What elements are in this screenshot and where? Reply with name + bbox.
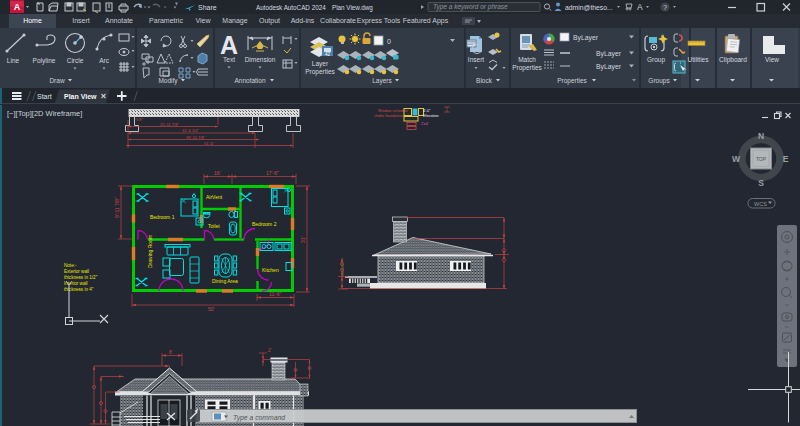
svg-text:Layer: Layer bbox=[312, 60, 329, 68]
svg-text:Share: Share bbox=[198, 4, 217, 11]
svg-text:View: View bbox=[765, 56, 779, 63]
svg-text:25'-11 7/8": 25'-11 7/8" bbox=[160, 122, 179, 127]
svg-text:Block: Block bbox=[476, 77, 493, 84]
svg-text:Properties: Properties bbox=[305, 68, 335, 76]
svg-text:Type a keyword or phrase: Type a keyword or phrase bbox=[433, 3, 508, 11]
svg-text:ByLayer: ByLayer bbox=[596, 50, 622, 58]
svg-text:9'-11 7/8": 9'-11 7/8" bbox=[114, 197, 120, 218]
svg-text:Circle: Circle bbox=[67, 57, 84, 64]
svg-text:2'x4': 2'x4' bbox=[421, 122, 429, 126]
svg-text:Toilet: Toilet bbox=[208, 223, 220, 229]
svg-text:A: A bbox=[220, 31, 238, 59]
svg-text:TOP: TOP bbox=[756, 156, 767, 162]
svg-text:Type a command: Type a command bbox=[233, 414, 285, 422]
svg-text:E: E bbox=[783, 154, 789, 164]
svg-text:Start: Start bbox=[37, 93, 52, 100]
svg-text:ByLayer: ByLayer bbox=[596, 63, 622, 71]
svg-text:thickness in 1/2": thickness in 1/2" bbox=[64, 275, 98, 280]
svg-text:Dimension: Dimension bbox=[245, 56, 276, 63]
svg-text:Utilities: Utilities bbox=[688, 56, 710, 63]
svg-text:31': 31' bbox=[300, 236, 306, 243]
svg-text:Groups: Groups bbox=[648, 77, 670, 85]
svg-text:11'-6": 11'-6" bbox=[269, 291, 282, 297]
svg-text:Plan View: Plan View bbox=[64, 93, 97, 100]
svg-text:0: 0 bbox=[387, 38, 391, 45]
svg-text:Properties: Properties bbox=[557, 77, 587, 85]
svg-text:2': 2' bbox=[268, 348, 272, 353]
svg-text:Dining Area: Dining Area bbox=[212, 278, 238, 284]
svg-text:ByLayer: ByLayer bbox=[573, 34, 599, 42]
svg-text:Properties: Properties bbox=[512, 64, 542, 72]
svg-text:Elevation: Elevation bbox=[423, 114, 439, 118]
svg-text:Group: Group bbox=[647, 56, 665, 64]
svg-text:Exterior wall: Exterior wall bbox=[64, 269, 89, 274]
svg-text:Insert: Insert bbox=[468, 56, 484, 63]
svg-text:Under foundation: Under foundation bbox=[374, 114, 403, 118]
svg-text:S: S bbox=[758, 178, 764, 188]
svg-text:Layers: Layers bbox=[372, 77, 392, 85]
svg-text:Text: Text bbox=[223, 56, 235, 63]
svg-text:A: A bbox=[14, 2, 21, 12]
svg-text:8': 8' bbox=[169, 350, 173, 355]
svg-text:Note:-: Note:- bbox=[64, 263, 77, 268]
svg-text:[−][Top][2D Wireframe]: [−][Top][2D Wireframe] bbox=[7, 109, 82, 118]
svg-text:N: N bbox=[758, 131, 764, 141]
svg-text:50': 50' bbox=[208, 306, 215, 312]
svg-text:Clipboard: Clipboard bbox=[719, 56, 747, 64]
svg-text:Plan View.dwg: Plan View.dwg bbox=[332, 4, 373, 12]
svg-text:Annotation: Annotation bbox=[234, 77, 265, 84]
svg-text:Modify: Modify bbox=[158, 77, 178, 85]
svg-text:~5'8": ~5'8" bbox=[134, 117, 144, 122]
svg-text:Window schedule: Window schedule bbox=[378, 109, 408, 113]
svg-text:51'-6": 51'-6" bbox=[204, 141, 215, 146]
svg-text:42: 42 bbox=[325, 52, 331, 57]
svg-text:A: A bbox=[637, 2, 643, 12]
svg-text:Kitchen: Kitchen bbox=[262, 267, 279, 273]
svg-text:?: ? bbox=[663, 3, 667, 12]
svg-text:17'-6": 17'-6" bbox=[266, 170, 279, 176]
svg-text:39'-10 7/8": 39'-10 7/8" bbox=[186, 135, 206, 140]
svg-text:AirVent: AirVent bbox=[206, 194, 223, 200]
svg-text:Autodesk AutoCAD 2024: Autodesk AutoCAD 2024 bbox=[256, 4, 326, 11]
svg-text:Drawing Room: Drawing Room bbox=[147, 235, 153, 268]
svg-text:Polyline: Polyline bbox=[33, 57, 56, 65]
svg-text:Match: Match bbox=[518, 56, 536, 63]
svg-text:Draw: Draw bbox=[49, 77, 64, 84]
svg-text:31'-6 1/4": 31'-6 1/4" bbox=[182, 128, 199, 133]
svg-text:Arc: Arc bbox=[99, 57, 110, 64]
svg-text:Line: Line bbox=[7, 57, 20, 64]
svg-text:Bedroom 1: Bedroom 1 bbox=[150, 214, 175, 220]
svg-text:16': 16' bbox=[214, 170, 221, 176]
svg-text:Bedroom 2: Bedroom 2 bbox=[252, 221, 277, 227]
svg-text:admin@theso...: admin@theso... bbox=[565, 4, 613, 11]
svg-text:thickness in 4": thickness in 4" bbox=[64, 287, 94, 292]
svg-text:WCS: WCS bbox=[754, 201, 767, 207]
svg-text:4'-0": 4'-0" bbox=[423, 109, 431, 113]
svg-text:W: W bbox=[732, 154, 741, 164]
